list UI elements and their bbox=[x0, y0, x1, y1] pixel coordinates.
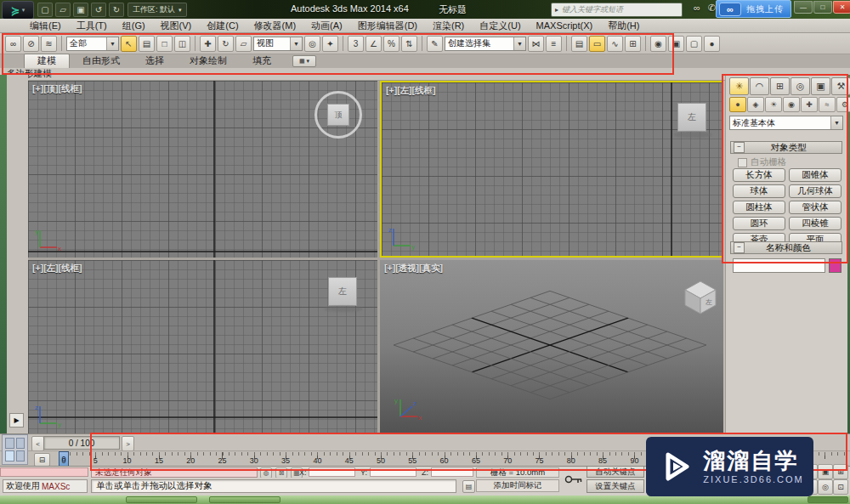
object-button-几何球体[interactable]: 几何球体 bbox=[789, 184, 842, 198]
cameras-category-icon[interactable]: ◉ bbox=[783, 97, 800, 112]
zoom-extents-all-icon[interactable]: ⊞ bbox=[833, 464, 848, 479]
x-coordinate-field[interactable] bbox=[309, 467, 355, 477]
utilities-tab[interactable]: ⚒ bbox=[831, 77, 850, 95]
menu-item[interactable]: 视图(V) bbox=[153, 20, 200, 32]
mirror-icon[interactable]: ⋈ bbox=[528, 36, 544, 52]
ribbon-tab-5[interactable]: 填充 bbox=[240, 54, 284, 68]
add-time-tag-button[interactable]: 添加时间标记 bbox=[476, 479, 559, 492]
previous-frame-button[interactable]: < bbox=[31, 436, 44, 451]
window-crossing-icon[interactable]: ◫ bbox=[174, 36, 190, 52]
create-tab[interactable]: ✳ bbox=[729, 77, 749, 95]
viewport-top[interactable]: [+][顶][线框] 顶 x y bbox=[28, 81, 377, 258]
orbit-icon[interactable]: ◎ bbox=[818, 479, 833, 495]
selection-filter-combo[interactable]: 全部▼ bbox=[66, 37, 119, 51]
viewport-label[interactable]: [+][左][线框] bbox=[386, 85, 436, 97]
menu-item[interactable]: MAXScript(X) bbox=[529, 20, 601, 31]
new-file-icon[interactable]: ▢ bbox=[37, 3, 53, 17]
ribbon-tab-4[interactable]: 对象绘制 bbox=[177, 54, 240, 68]
object-button-球体[interactable]: 球体 bbox=[733, 184, 785, 198]
object-button-圆锥体[interactable]: 圆锥体 bbox=[789, 168, 842, 182]
reference-coordinate-combo[interactable]: 视图▼ bbox=[253, 37, 303, 51]
graphite-ribbon-icon[interactable]: ▭ bbox=[589, 36, 605, 52]
viewport-label[interactable]: [+][顶][线框] bbox=[32, 83, 82, 95]
viewport-left-top[interactable]: [+][左][线框] 左 y z bbox=[380, 81, 723, 258]
open-mini-curve-editor-icon[interactable]: ⊟ bbox=[34, 453, 50, 467]
viewport-perspective[interactable]: [+][透视][真实] 左 x y z bbox=[380, 260, 723, 433]
save-file-icon[interactable]: ▣ bbox=[73, 3, 88, 17]
sign-in-key-icon[interactable]: ✆ bbox=[708, 3, 716, 14]
object-button-圆环[interactable]: 圆环 bbox=[733, 217, 785, 230]
menu-item[interactable]: 渲染(R) bbox=[425, 20, 472, 32]
maxscript-welcome-cell[interactable]: 欢迎使用 MAXSc bbox=[3, 479, 88, 493]
object-type-rollout[interactable]: − 对象类型 bbox=[730, 141, 842, 154]
curve-editor-icon[interactable]: ∿ bbox=[607, 36, 623, 52]
zoom-extents-icon[interactable]: ▣ bbox=[818, 464, 833, 479]
viewport-layout-tabs-button[interactable] bbox=[2, 434, 28, 465]
collapse-icon[interactable]: − bbox=[734, 242, 745, 253]
percent-snap-icon[interactable]: % bbox=[383, 36, 400, 52]
checkbox-icon[interactable] bbox=[738, 158, 747, 167]
viewcube[interactable]: 左 bbox=[677, 103, 706, 132]
maxscript-mini-listener[interactable] bbox=[0, 467, 88, 477]
select-and-rotate-icon[interactable]: ↻ bbox=[218, 36, 234, 52]
render-production-icon[interactable]: ● bbox=[704, 36, 720, 52]
viewcube-3d[interactable]: 左 bbox=[681, 277, 720, 316]
workspace-selector[interactable]: 工作区: 默认▾ bbox=[128, 3, 187, 17]
unlink-selection-icon[interactable]: ⊘ bbox=[23, 36, 39, 52]
menu-item[interactable]: 创建(C) bbox=[199, 20, 246, 32]
render-setup-icon[interactable]: ▣ bbox=[668, 36, 684, 52]
set-keys-button[interactable] bbox=[563, 467, 585, 491]
ribbon-tab-1[interactable]: 建模 bbox=[24, 54, 70, 68]
object-button-四棱锥[interactable]: 四棱锥 bbox=[789, 217, 842, 230]
viewport-left-bottom[interactable]: [+][左][线框] 左 y z bbox=[28, 260, 377, 433]
expand-panel-button[interactable]: ▶ bbox=[9, 413, 24, 428]
shapes-category-icon[interactable]: ◈ bbox=[747, 97, 764, 112]
select-and-move-icon[interactable]: ✚ bbox=[200, 36, 216, 52]
motion-tab[interactable]: ◎ bbox=[790, 77, 810, 95]
redo-icon[interactable]: ↻ bbox=[109, 3, 124, 17]
helpers-category-icon[interactable]: ✚ bbox=[801, 97, 818, 112]
search-icon[interactable]: ∞ bbox=[694, 3, 700, 14]
search-input[interactable]: ▸ 键入关键字或短语 bbox=[551, 3, 683, 17]
menu-item[interactable]: 动画(A) bbox=[303, 20, 350, 32]
viewport-label[interactable]: [+][透视][真实] bbox=[384, 263, 443, 275]
menu-item[interactable]: 工具(T) bbox=[69, 20, 115, 32]
modify-tab[interactable]: ◠ bbox=[750, 77, 769, 95]
set-key-button[interactable]: 设置关键点 bbox=[586, 479, 644, 493]
select-object-icon[interactable]: ↖ bbox=[121, 36, 137, 52]
name-color-rollout[interactable]: − 名称和颜色 bbox=[730, 241, 842, 254]
systems-category-icon[interactable]: ⚙ bbox=[836, 97, 850, 112]
collapse-icon[interactable]: − bbox=[734, 142, 745, 153]
menu-item[interactable]: 组(G) bbox=[115, 20, 153, 32]
edit-named-sets-icon[interactable]: ✎ bbox=[427, 36, 443, 52]
menu-item[interactable]: 修改器(M) bbox=[246, 20, 304, 32]
menu-item[interactable]: 编辑(E) bbox=[22, 20, 69, 32]
object-button-长方体[interactable]: 长方体 bbox=[733, 168, 785, 182]
select-and-manipulate-icon[interactable]: ✦ bbox=[322, 36, 338, 52]
taskbar-button[interactable] bbox=[126, 496, 197, 503]
rectangular-selection-icon[interactable]: □ bbox=[156, 36, 173, 52]
auto-key-button[interactable]: 自动关键点 bbox=[586, 466, 644, 478]
app-logo-icon[interactable]: ≽▾ bbox=[2, 1, 34, 20]
schematic-view-icon[interactable]: ⊞ bbox=[625, 36, 641, 52]
ribbon-tab-3[interactable]: 选择 bbox=[133, 54, 177, 68]
angle-snap-icon[interactable]: ∠ bbox=[366, 36, 382, 52]
maximize-viewport-icon[interactable]: ⊡ bbox=[833, 479, 848, 495]
next-frame-button[interactable]: > bbox=[122, 436, 134, 451]
lights-category-icon[interactable]: ☀ bbox=[765, 97, 782, 112]
viewcube[interactable]: 顶 bbox=[314, 91, 362, 139]
use-pivot-center-icon[interactable]: ◎ bbox=[304, 36, 320, 52]
layer-manager-icon[interactable]: ▤ bbox=[571, 36, 587, 52]
bind-to-space-warp-icon[interactable]: ≋ bbox=[41, 36, 57, 52]
close-button[interactable]: ✕ bbox=[833, 1, 850, 14]
rendered-frame-icon[interactable]: ▢ bbox=[686, 36, 702, 52]
viewport-label[interactable]: [+][左][线框] bbox=[32, 263, 82, 275]
frame-counter[interactable]: 0 / 100 bbox=[43, 436, 120, 450]
y-coordinate-field[interactable] bbox=[370, 467, 416, 477]
material-editor-icon[interactable]: ◉ bbox=[650, 36, 666, 52]
select-by-name-icon[interactable]: ▤ bbox=[139, 36, 155, 52]
z-coordinate-field[interactable] bbox=[431, 467, 473, 477]
hierarchy-tab[interactable]: ⊞ bbox=[770, 77, 790, 95]
menu-item[interactable]: 自定义(U) bbox=[472, 20, 528, 32]
maximize-button[interactable]: □ bbox=[813, 1, 832, 14]
